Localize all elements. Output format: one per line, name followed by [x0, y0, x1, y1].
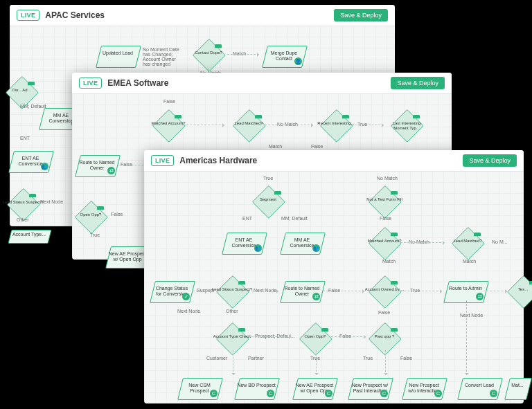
arrow-swap-icon: ⇄ — [312, 293, 320, 300]
c-icon: C — [434, 390, 442, 397]
edge-true: True — [363, 356, 373, 361]
node-tes[interactable]: Tes... — [507, 275, 532, 307]
node-account-owned[interactable]: Account Owned by ... — [369, 275, 400, 307]
node-lead-matched[interactable]: Lead Matched? — [452, 227, 484, 259]
node-ent-ae[interactable]: ENT AE Conversica 👥 — [224, 233, 263, 253]
edge-next: Next Node — [460, 313, 483, 318]
window-title: APAC Services — [45, 10, 105, 20]
window-title: Americas Hardware — [179, 156, 257, 165]
c-icon: C — [325, 390, 332, 397]
window-americas: LIVE Americas Hardware Save & Deploy Tru… — [144, 150, 524, 403]
node-updated-lead[interactable]: Updated Lead — [98, 46, 137, 66]
node-ent-ae[interactable]: ENT AE Conversica 👥 — [11, 151, 50, 172]
stage: { "badge": "LIVE", "saveLabel": "Save & … — [0, 0, 532, 409]
node-mat[interactable]: Mat... — [507, 378, 524, 399]
node-matched-account[interactable]: Matched Account? — [152, 109, 184, 141]
edge-false: False — [400, 356, 412, 361]
node-new-p-wo[interactable]: New Prospect w/o Interaction C — [405, 378, 443, 399]
live-badge: LIVE — [79, 78, 102, 89]
arrow — [248, 291, 278, 291]
edge-mm-default: MM; Default — [281, 216, 308, 221]
arrow — [352, 125, 384, 125]
arrow — [233, 350, 233, 375]
node-new-ae[interactable]: New AE Prospect w/ Open Opp — [108, 246, 147, 267]
node-new-bd[interactable]: New BD Prospect C — [237, 378, 276, 399]
node-new-ae-open[interactable]: New AE Prospect w/ Open Opp C — [295, 378, 334, 399]
arrow — [323, 291, 364, 291]
node-lead-matched[interactable]: Lead Matched? — [233, 109, 265, 141]
c-icon: C — [210, 390, 218, 397]
window-header: LIVE EMEA Software Save & Deploy — [72, 73, 452, 94]
node-open-opp[interactable]: Open Opp? — [299, 322, 331, 354]
edge-no-m: No M... — [492, 239, 508, 244]
node-open-opp[interactable]: Open Opp? — [75, 201, 107, 233]
node-route-admin[interactable]: Route to Admin ⇄ — [446, 281, 485, 302]
node-account-type-check[interactable]: Account Type Check — [216, 322, 248, 354]
edge-customer: Customer — [206, 356, 227, 361]
edge-other: Other — [17, 217, 29, 222]
c-icon: C — [380, 390, 388, 397]
node-new-p-past[interactable]: New Prospect w/ Past Interaction C — [351, 378, 389, 399]
node-segment[interactable]: Segment — [252, 185, 284, 217]
arrow — [400, 242, 445, 243]
edge-false: False — [380, 216, 391, 221]
people-icon: 👥 — [254, 244, 262, 252]
node-lead-status-suspect[interactable]: Lead Status Suspect? — [216, 275, 248, 307]
node-new-csm[interactable]: New CSM Prospect C — [180, 378, 219, 399]
person-icon: 👥 — [41, 163, 48, 170]
edge-false: False — [311, 144, 323, 149]
edge-false: False — [378, 310, 390, 315]
arrow-swap-icon: ⇄ — [476, 293, 484, 300]
window-header: LIVE Americas Hardware Save & Deploy — [144, 150, 524, 172]
edge-match: Match — [382, 259, 396, 264]
edge-match: Match — [463, 259, 476, 264]
arrow-swap-icon: ⇄ — [107, 167, 115, 174]
node-convert-lead[interactable]: Convert Lead C — [460, 378, 499, 399]
people-icon: 👥 — [312, 244, 320, 252]
arrow — [227, 54, 259, 55]
note-no-moment: No Moment Date has Changed; Account Owne… — [143, 47, 180, 66]
user-icon: 👤 — [294, 57, 302, 65]
arrow — [385, 350, 386, 375]
node-not-test-form[interactable]: Not a Test Form Fill — [369, 185, 400, 217]
window-header: LIVE APAC Services Save & Deploy — [10, 5, 395, 26]
node-route-named[interactable]: Route to Named Owner ⇄ — [283, 281, 321, 302]
edge-other: Other — [226, 309, 238, 313]
edge-false: False — [163, 99, 175, 104]
c-icon: C — [267, 390, 274, 397]
edge-next: Next Node — [40, 199, 63, 204]
arrow — [316, 350, 317, 375]
node-mm-ae[interactable]: MM AE Conversica 👥 — [283, 233, 321, 253]
edge-next: Next Node — [177, 309, 200, 313]
node-account-type[interactable]: Account Type... — [10, 230, 48, 242]
edge-match: Match — [269, 144, 282, 149]
node-route-named[interactable]: Route to Named Owner ⇄ — [78, 155, 116, 176]
arrow — [400, 291, 442, 291]
save-deploy-button[interactable]: Save & Deploy — [391, 77, 445, 89]
node-last-interesting[interactable]: Last Interesting Moment Typ... — [391, 109, 423, 141]
edge-true: True — [263, 176, 273, 181]
node-contact-dupe[interactable]: Contact Dupe? — [193, 39, 224, 71]
flow-canvas-americas[interactable]: True Segment No Match Not a Test Form Fi… — [144, 172, 524, 404]
arrow — [265, 125, 313, 125]
edge-nomatch: No Match — [377, 176, 398, 181]
node-lead-status[interactable]: Lead Status Suspect? — [7, 188, 39, 220]
save-deploy-button[interactable]: Save & Deploy — [463, 154, 517, 167]
node-past-opp[interactable]: Past opp ? — [369, 322, 400, 354]
arrow — [183, 125, 224, 125]
edge-false: False — [111, 212, 123, 217]
check-icon: ✓ — [182, 293, 190, 300]
save-deploy-button[interactable]: Save & Deploy — [334, 9, 388, 21]
edge-partner: Partner — [248, 356, 264, 361]
arrow — [331, 336, 366, 337]
node-change-status[interactable]: Change Status for Conversion ✓ — [152, 281, 191, 302]
live-badge: LIVE — [151, 155, 174, 166]
node-merge-dupe[interactable]: Merge Dupe Contact 👤 — [265, 46, 303, 66]
node-matched-account[interactable]: Matched Account? — [369, 227, 400, 259]
edge-ent: ENT — [20, 136, 30, 140]
node-recent-interesting[interactable]: Recent Interesting... — [320, 109, 352, 141]
arrow — [248, 336, 291, 337]
live-badge: LIVE — [17, 10, 39, 21]
edge-ent: ENT — [242, 216, 252, 221]
arrow — [466, 300, 467, 375]
